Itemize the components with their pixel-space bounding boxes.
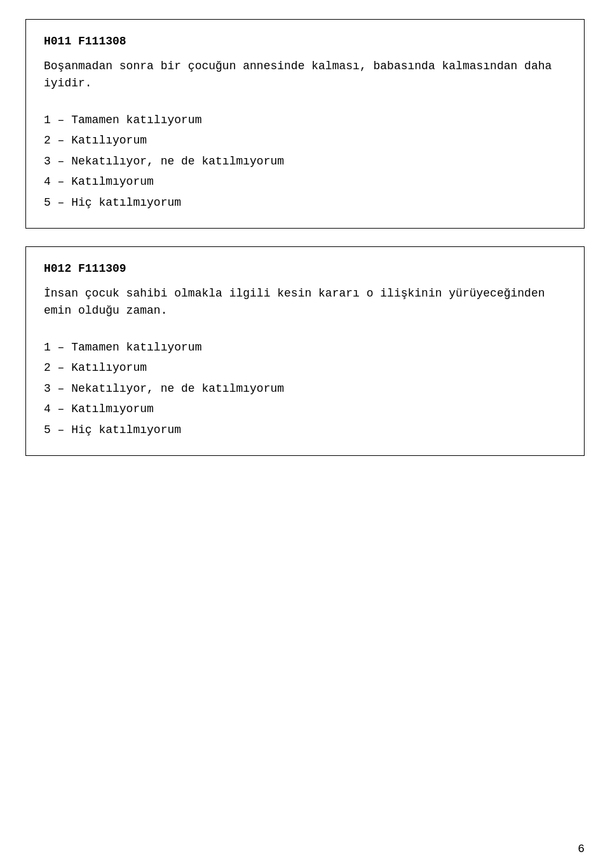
options-list-2: 1 – Tamamen katılıyorum 2 – Katılıyorum … xyxy=(44,337,566,440)
option-2-1: 1 – Tamamen katılıyorum xyxy=(44,337,566,357)
page-number: 6 xyxy=(578,843,585,855)
question-text-2: İnsan çocuk sahibi olmakla ilgili kesin … xyxy=(44,285,566,319)
option-2-4: 4 – Katılmıyorum xyxy=(44,399,566,419)
option-1-4: 4 – Katılmıyorum xyxy=(44,171,566,192)
option-1-1: 1 – Tamamen katılıyorum xyxy=(44,110,566,130)
option-1-3: 3 – Nekatılıyor, ne de katılmıyorum xyxy=(44,151,566,171)
option-1-5: 5 – Hiç katılmıyorum xyxy=(44,192,566,213)
option-2-3: 3 – Nekatılıyor, ne de katılmıyorum xyxy=(44,378,566,399)
question-text-1: Boşanmadan sonra bir çocuğun annesinde k… xyxy=(44,58,566,92)
question-block-2: H012 F111309 İnsan çocuk sahibi olmakla … xyxy=(25,246,585,456)
option-2-2: 2 – Katılıyorum xyxy=(44,357,566,378)
options-list-1: 1 – Tamamen katılıyorum 2 – Katılıyorum … xyxy=(44,110,566,213)
question-header-1: H011 F111308 xyxy=(44,35,566,48)
option-1-2: 2 – Katılıyorum xyxy=(44,130,566,150)
option-2-5: 5 – Hiç katılmıyorum xyxy=(44,420,566,440)
question-block-1: H011 F111308 Boşanmadan sonra bir çocuğu… xyxy=(25,19,585,229)
question-header-2: H012 F111309 xyxy=(44,262,566,275)
